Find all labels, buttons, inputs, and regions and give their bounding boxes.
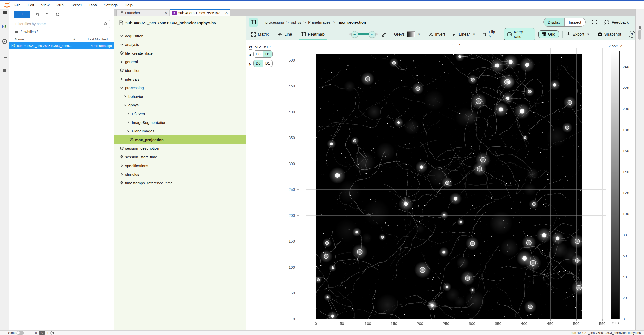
tree-item-label: session_description (125, 146, 159, 150)
new-launcher-button[interactable]: + (14, 11, 30, 18)
y-dim-d0-button[interactable]: D0 (254, 60, 263, 67)
tree-item-ImageSegmentation[interactable]: ImageSegmentation (114, 118, 246, 127)
tree-item-behavior[interactable]: behavior (114, 92, 246, 101)
tab-h5-file[interactable]: 5 sub-408021_ses-7585193 ✕ (170, 9, 230, 16)
crumb-planeimages[interactable]: PlaneImages (308, 20, 331, 24)
tree-item-label: analysis (125, 42, 139, 47)
export-label: Export (573, 32, 584, 37)
crumb-separator: > (333, 20, 335, 24)
filter-files-input[interactable] (13, 20, 110, 28)
file-path-breadcrumb[interactable]: / nwbfiles / (14, 29, 38, 35)
tree-item-specifications[interactable]: specifications (114, 161, 246, 170)
tree-item-DfOverF[interactable]: DfOverF (114, 109, 246, 118)
file-browser-icon[interactable] (2, 10, 7, 15)
tree-item-session_start_time[interactable]: session_start_time (114, 152, 246, 161)
grid-label: Grid (548, 32, 555, 37)
file-row-selected[interactable]: H5 sub-408021_ses-758519303_beha… 4 minu… (9, 42, 114, 49)
x-tick-label: 550 (599, 321, 605, 326)
tree-item-timestamps_reference_time[interactable]: timestamps_reference_time (114, 178, 246, 187)
slider-min-handle[interactable]: ⏮ (351, 31, 358, 38)
sort-asc-icon[interactable]: ▲ (73, 38, 75, 40)
upload-icon[interactable] (45, 12, 49, 17)
close-icon[interactable]: ✕ (225, 11, 228, 15)
edit-domain-pencil-icon[interactable] (382, 32, 387, 37)
tree-item-analysis[interactable]: analysis (114, 40, 246, 49)
tree-item-session_description[interactable]: session_description (114, 144, 246, 153)
simple-mode-toggle[interactable] (16, 331, 24, 335)
column-name[interactable]: Name (15, 37, 24, 41)
vis-tab-matrix[interactable]: Matrix (251, 29, 269, 40)
flip-y-toggle[interactable]: Flip Y (483, 30, 499, 39)
column-last-modified[interactable]: Last Modified (88, 37, 108, 41)
slider-max-handle[interactable]: ⏭ (369, 31, 376, 38)
vis-tab-heatmap[interactable]: Heatmap (301, 29, 325, 40)
x-dim-d0-button[interactable]: D0 (254, 51, 263, 57)
chevron-down-icon (127, 129, 130, 133)
vis-tab-line[interactable]: Line (277, 29, 292, 40)
invert-toggle[interactable]: Invert (429, 32, 445, 37)
tree-item-PlaneImages[interactable]: PlaneImages (114, 127, 246, 135)
hdf5-file-icon: H5 (11, 44, 15, 47)
menu-item-settings[interactable]: Settings (104, 3, 118, 7)
extensions-icon[interactable] (2, 67, 7, 73)
heatmap-canvas[interactable] (300, 45, 608, 325)
terminal-icon[interactable]: $_ (39, 331, 45, 335)
domain-slider[interactable]: ⏮ ⏭ (349, 31, 378, 38)
inspect-mode-button[interactable]: Inspect (564, 18, 585, 26)
refresh-icon[interactable] (55, 12, 60, 17)
colorbar-tick-label: 140 (623, 170, 629, 174)
tree-item-acquisition[interactable]: acquisition (114, 31, 246, 40)
feedback-button[interactable]: Feedback (604, 20, 629, 25)
keep-ratio-label: Keep ratio (514, 30, 532, 39)
matrix-icon (251, 32, 256, 37)
menu-item-run[interactable]: Run (56, 3, 64, 7)
crumb-ophys[interactable]: ophys (291, 20, 301, 24)
right-strip-handle[interactable] (638, 30, 641, 40)
tree-item-file_create_date[interactable]: file_create_date (114, 49, 246, 57)
fullscreen-icon[interactable] (592, 20, 597, 25)
colormap-select[interactable]: Greys ▼ (394, 31, 420, 37)
menu-item-kernel[interactable]: Kernel (71, 3, 82, 7)
crumb-processing[interactable]: processing (265, 20, 284, 24)
tree-item-processing[interactable]: processing (114, 83, 246, 92)
kernel-chip-icon[interactable] (50, 331, 54, 335)
menu-item-view[interactable]: View (41, 3, 49, 7)
dock-tab-bar: Launcher ✕ 5 sub-408021_ses-7585193 ✕ (114, 9, 635, 16)
toggle-explorer-button[interactable] (249, 18, 258, 27)
tree-item-stimulus[interactable]: stimulus (114, 170, 246, 179)
new-folder-icon[interactable] (34, 12, 39, 17)
menu-item-edit[interactable]: Edit (28, 3, 34, 7)
tree-item-identifier[interactable]: identifier (114, 66, 246, 75)
tree-item-intervals[interactable]: intervals (114, 75, 246, 83)
close-icon[interactable]: ✕ (164, 11, 167, 15)
menu-item-file[interactable]: File (14, 3, 21, 7)
colorbar-tick-mark (620, 256, 622, 256)
y-dim-d1-button[interactable]: D1 (263, 60, 272, 67)
help-button[interactable]: ? (629, 31, 635, 38)
keep-ratio-toggle[interactable]: Keep ratio (504, 28, 535, 40)
colorbar[interactable] (611, 51, 620, 319)
scale-select[interactable]: Linear ▼ (452, 32, 475, 37)
tree-item-general[interactable]: general (114, 57, 246, 66)
running-kernels-icon[interactable] (2, 39, 7, 44)
debugger-bug-icon[interactable] (637, 25, 642, 30)
y-tick-mark (297, 189, 299, 190)
snapshot-button[interactable]: Snapshot (597, 32, 621, 37)
y-tick-label: 300 (280, 161, 295, 166)
menu-item-help[interactable]: Help (125, 3, 133, 7)
display-mode-button[interactable]: Display (544, 18, 564, 26)
menu-item-tabs[interactable]: Tabs (89, 3, 97, 7)
colorbar-tick-label: 240 (623, 65, 629, 69)
x-tick-mark (316, 319, 316, 321)
hdf5-panel-icon[interactable]: H5 (2, 25, 7, 30)
table-of-contents-icon[interactable] (2, 54, 7, 59)
tree-item-max_projection[interactable]: max_projection (114, 135, 246, 144)
export-menu[interactable]: Export ▼ (566, 32, 590, 37)
grid-toggle[interactable]: Grid (538, 30, 559, 38)
dim1-size: 512 (264, 45, 271, 49)
tree-item-ophys[interactable]: ophys (114, 101, 246, 109)
x-tick-mark (472, 319, 472, 321)
y-tick-mark (297, 215, 299, 216)
x-dim-d1-button[interactable]: D1 (263, 51, 272, 57)
tab-launcher[interactable]: Launcher ✕ (116, 10, 169, 16)
